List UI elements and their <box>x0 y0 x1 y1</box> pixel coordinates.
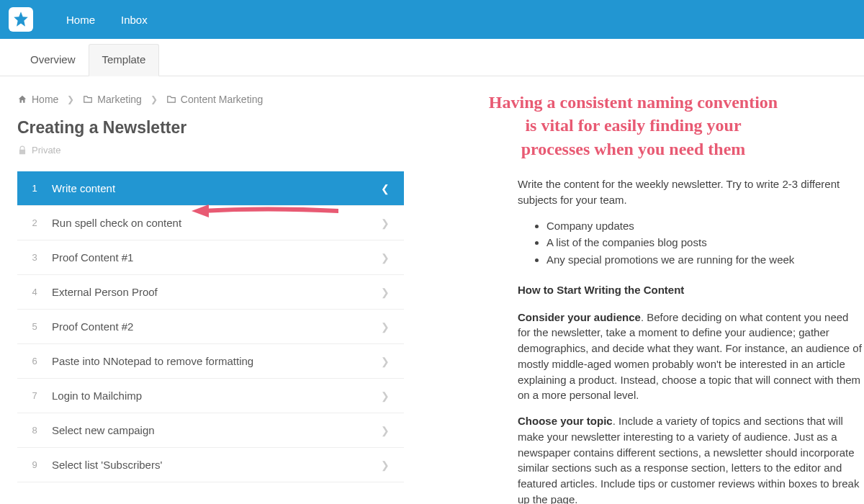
chevron-right-icon: ❯ <box>381 356 404 367</box>
chevron-right-icon: ❯ <box>381 390 404 402</box>
step-number: 3 <box>17 252 52 263</box>
step-item[interactable]: 5Proof Content #2❯ <box>17 310 404 344</box>
doc-paragraph: Choose your topic. Include a variety of … <box>518 413 864 504</box>
step-number: 1 <box>17 183 52 194</box>
step-label: Proof Content #1 <box>52 251 381 264</box>
step-label: Paste into NNotepad to remove formatting <box>52 355 381 367</box>
breadcrumb-marketing[interactable]: Marketing <box>83 94 141 105</box>
logo[interactable] <box>9 7 33 32</box>
tabstrip: Overview Template <box>0 39 864 76</box>
chevron-right-icon: ❯ <box>67 94 74 104</box>
step-label: Proof Content #2 <box>52 320 381 333</box>
chevron-right-icon: ❯ <box>381 425 404 436</box>
privacy-indicator: Private <box>17 145 404 156</box>
chevron-right-icon: ❯ <box>381 252 404 264</box>
step-number: 2 <box>17 217 52 228</box>
lock-icon <box>17 145 27 156</box>
arrow-icon <box>187 200 338 222</box>
step-item[interactable]: 8Select new campaign❯ <box>17 413 404 448</box>
annotation-line: processes when you need them <box>521 140 746 158</box>
page-title: Creating a Newsletter <box>17 118 404 138</box>
breadcrumb-content-marketing[interactable]: Content Marketing <box>166 94 263 105</box>
chevron-left-icon: ❮ <box>381 183 404 194</box>
nav-inbox[interactable]: Inbox <box>108 14 161 26</box>
top-nav: Home Inbox <box>0 0 864 39</box>
step-label: Login to Mailchimp <box>52 390 381 402</box>
step-item[interactable]: 4External Person Proof❯ <box>17 275 404 310</box>
step-item[interactable]: 7Login to Mailchimp❯ <box>17 379 404 413</box>
step-number: 9 <box>17 459 52 470</box>
breadcrumb-home-label: Home <box>32 94 58 105</box>
folder-icon <box>83 94 93 104</box>
breadcrumb: Home ❯ Marketing ❯ Content Marketing <box>17 94 404 105</box>
annotation-text: Having a consistent naming convention is… <box>424 91 864 161</box>
doc-bullet-list: Company updatesA list of the companies b… <box>546 218 864 268</box>
chevron-right-icon: ❯ <box>150 94 158 104</box>
annotation-line: Having a consistent naming convention <box>489 93 778 112</box>
tab-overview[interactable]: Overview <box>17 45 89 76</box>
doc-lead: Consider your audience <box>518 311 641 323</box>
doc-paragraph: Consider your audience. Before deciding … <box>518 310 864 404</box>
step-number: 6 <box>17 356 52 366</box>
step-item[interactable]: 3Proof Content #1❯ <box>17 240 404 275</box>
chevron-right-icon: ❯ <box>381 459 404 471</box>
breadcrumb-home[interactable]: Home <box>17 94 58 105</box>
step-number: 8 <box>17 425 52 436</box>
doc-text: . Before deciding on what content you ne… <box>518 311 862 402</box>
tab-template[interactable]: Template <box>89 44 160 76</box>
folder-icon <box>166 94 176 104</box>
nav-home[interactable]: Home <box>53 14 108 26</box>
chevron-right-icon: ❯ <box>381 217 404 229</box>
doc-text: . Include a variety of topics and sectio… <box>518 415 859 504</box>
chevron-right-icon: ❯ <box>381 321 404 333</box>
chevron-right-icon: ❯ <box>381 287 404 298</box>
doc-intro: Write the content for the weekly newslet… <box>518 176 864 208</box>
step-number: 4 <box>17 287 52 297</box>
annotation-line: is vital for easily finding your <box>525 116 741 135</box>
doc-bullet: Company updates <box>546 218 864 234</box>
privacy-label: Private <box>32 145 60 156</box>
step-number: 7 <box>17 390 52 401</box>
doc-lead: Choose your topic <box>518 415 613 427</box>
annotation-arrow <box>187 200 338 224</box>
step-item[interactable]: 9Select list 'Subscribers'❯ <box>17 448 404 482</box>
step-label: Select new campaign <box>52 424 381 436</box>
breadcrumb-content-marketing-label: Content Marketing <box>181 94 263 105</box>
doc-heading: How to Start Writing the Content <box>518 282 864 298</box>
step-label: External Person Proof <box>52 286 381 298</box>
doc-bullet: A list of the companies blog posts <box>546 235 864 251</box>
step-number: 5 <box>17 321 52 332</box>
step-label: Write content <box>52 182 381 194</box>
step-content: Write the content for the weekly newslet… <box>518 176 864 504</box>
home-icon <box>17 94 27 104</box>
breadcrumb-marketing-label: Marketing <box>97 94 141 105</box>
step-label: Select list 'Subscribers' <box>52 459 381 471</box>
step-item[interactable]: 6Paste into NNotepad to remove formattin… <box>17 344 404 379</box>
doc-bullet: Any special promotions we are running fo… <box>546 252 864 268</box>
star-icon <box>12 10 30 29</box>
